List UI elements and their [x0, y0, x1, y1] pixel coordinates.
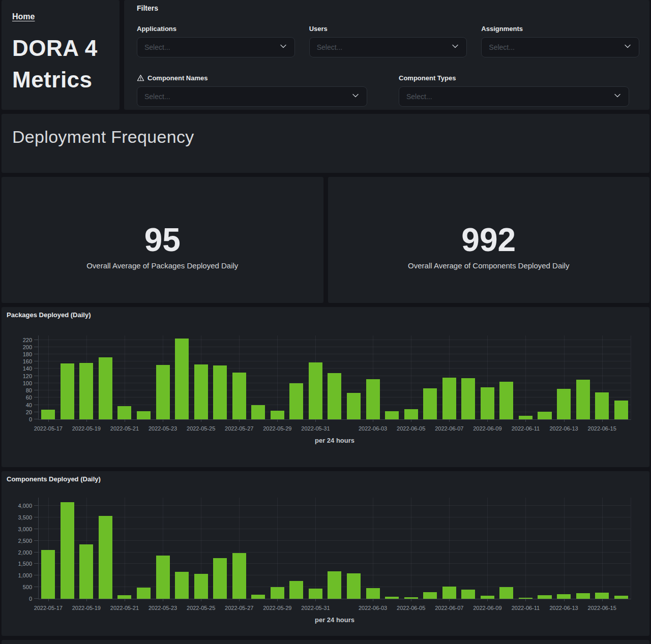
bar-2022-06-10 — [499, 587, 513, 599]
bar-2022-05-31 — [309, 589, 322, 599]
component-types-label: Component Types — [399, 74, 629, 82]
bar-slot — [115, 335, 134, 419]
bar-2022-06-05 — [404, 409, 418, 419]
x-axis-tick — [373, 419, 373, 422]
bar-2022-05-20 — [99, 516, 112, 599]
bar-2022-05-28 — [251, 595, 265, 599]
x-tick-label: 2022-06-05 — [397, 605, 425, 611]
users-select[interactable]: Select... — [309, 37, 467, 57]
chart-panel-components-deployed: Components Deployed (Daily) 05001,0001,5… — [2, 471, 649, 636]
bar-2022-06-13 — [557, 389, 571, 419]
dashboard-title: DORA 4 Metrics — [12, 33, 109, 96]
y-tick-label: 3,000 — [18, 526, 32, 532]
bar-2022-06-15 — [595, 593, 609, 599]
y-axis-tick — [34, 376, 38, 376]
x-axis-tick — [86, 419, 87, 422]
y-axis-tick — [34, 563, 38, 564]
y-tick-label: 1,000 — [18, 572, 32, 578]
bar-slot — [96, 498, 115, 599]
assignments-placeholder: Select... — [489, 43, 515, 51]
bar-2022-06-07 — [442, 587, 456, 599]
chart-panel-packages-deployed: Packages Deployed (Daily) 02040608010012… — [2, 307, 649, 467]
bar-slot — [115, 498, 134, 599]
warning-icon — [137, 74, 144, 82]
home-link[interactable]: Home — [12, 12, 35, 21]
x-axis-tick — [277, 599, 278, 601]
bar-2022-05-19 — [79, 544, 93, 599]
x-tick-label: 2022-05-29 — [263, 425, 291, 432]
bar-2022-05-18 — [61, 502, 74, 599]
bar-2022-06-14 — [576, 380, 590, 419]
bar-2022-05-29 — [271, 587, 284, 599]
x-axis-tick — [602, 419, 603, 422]
chevron-down-icon — [279, 42, 287, 52]
bar-slot — [439, 335, 459, 419]
y-axis-tick — [34, 390, 38, 390]
bar-slot — [172, 335, 192, 419]
bar-2022-05-17 — [41, 550, 55, 599]
assignments-select[interactable]: Select... — [481, 37, 639, 57]
component-names-select[interactable]: Select... — [137, 86, 367, 107]
bar-slot — [229, 335, 249, 419]
x-tick-label: 2022-05-25 — [187, 425, 215, 432]
bar-slot — [573, 498, 593, 599]
users-placeholder: Select... — [317, 43, 343, 51]
y-tick-label: 1,500 — [18, 561, 32, 567]
bar-slot — [229, 498, 249, 599]
bar-slot — [287, 335, 306, 419]
x-tick-label: 2022-05-25 — [187, 605, 215, 611]
x-tick-label: 2022-05-23 — [149, 425, 177, 432]
bar-slot — [593, 335, 612, 419]
x-tick-label: 2022-05-27 — [225, 425, 253, 432]
x-axis-tick — [525, 599, 526, 601]
x-tick-label: 2022-06-07 — [435, 605, 463, 611]
bar-slot — [478, 335, 497, 419]
applications-select[interactable]: Select... — [137, 37, 295, 57]
bar-slot — [39, 335, 58, 419]
bar-2022-05-29 — [271, 411, 284, 419]
filter-field-assignments: Assignments Select... — [481, 25, 639, 57]
y-tick-label: 100 — [23, 380, 32, 386]
bar-2022-05-28 — [251, 405, 265, 419]
x-tick-label: 2022-06-15 — [588, 605, 616, 611]
bar-2022-06-02 — [347, 573, 361, 599]
x-axis-tick — [411, 419, 411, 422]
bar-2022-05-23 — [156, 556, 170, 599]
chevron-down-icon — [451, 42, 459, 52]
y-tick-label: 3,500 — [18, 514, 32, 520]
dashboard-title-line1: DORA 4 — [12, 33, 109, 64]
section-header-panel: Deployment Frequency — [2, 114, 649, 173]
bar-2022-06-04 — [385, 411, 399, 419]
x-tick-label: 2022-05-31 — [301, 425, 330, 432]
y-tick-label: 160 — [23, 358, 32, 364]
applications-label: Applications — [137, 25, 295, 33]
y-axis-tick — [34, 505, 38, 506]
x-axis-tick — [564, 599, 565, 601]
bar-slot — [344, 498, 364, 599]
component-types-select[interactable]: Select... — [399, 86, 629, 107]
bar-2022-05-24 — [175, 572, 189, 599]
x-axis-tick — [315, 419, 316, 422]
bar-2022-05-20 — [99, 357, 112, 419]
x-axis-tick — [125, 419, 125, 422]
bar-slot — [516, 498, 536, 599]
component-types-placeholder: Select... — [406, 93, 432, 101]
bar-2022-06-08 — [461, 378, 475, 419]
y-axis-tick — [34, 419, 38, 419]
bar-slot — [134, 498, 154, 599]
bars-container — [39, 498, 631, 599]
bar-slot — [96, 335, 115, 419]
chart-title: Packages Deployed (Daily) — [7, 311, 91, 319]
y-tick-label: 120 — [23, 373, 32, 379]
bar-slot — [554, 498, 574, 599]
component-names-label: Component Names — [137, 74, 367, 82]
x-axis-tick — [86, 599, 87, 601]
x-axis-tick — [315, 599, 316, 601]
bar-slot — [611, 335, 631, 419]
y-axis-tick — [34, 347, 38, 347]
x-axis-tick — [411, 599, 411, 601]
applications-placeholder: Select... — [144, 43, 170, 51]
x-axis-tick — [48, 419, 49, 422]
bar-2022-06-12 — [538, 412, 551, 419]
x-axis-tick — [163, 599, 163, 601]
